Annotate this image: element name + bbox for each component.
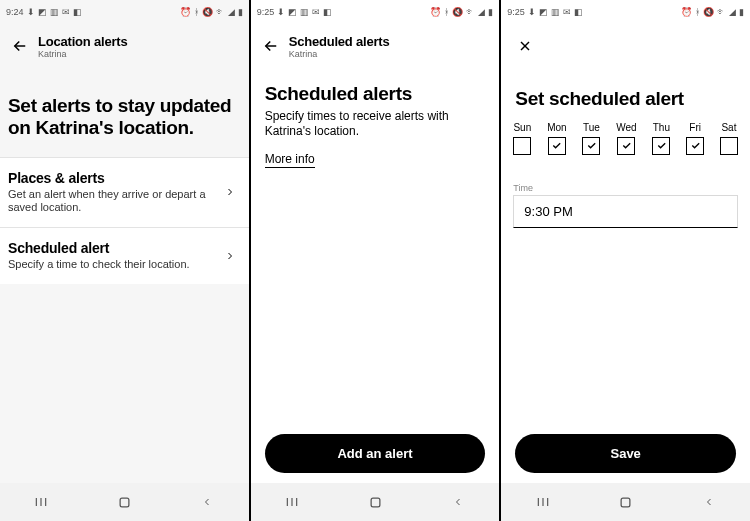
battery-icon: ▮ bbox=[488, 7, 493, 17]
status-time: 9:24 bbox=[6, 7, 24, 17]
signal-icon: ◢ bbox=[729, 7, 736, 17]
android-navbar bbox=[501, 483, 750, 521]
days-of-week: Sun Mon Tue Wed Thu bbox=[501, 112, 750, 159]
recents-button[interactable] bbox=[534, 493, 552, 511]
day-checkbox[interactable] bbox=[617, 137, 635, 155]
app-header: Scheduled alerts Katrina bbox=[251, 24, 500, 65]
day-label: Fri bbox=[689, 122, 701, 133]
status-bar: 9:24 ⬇ ◩ ▥ ✉ ◧ ⏰ ᚼ 🔇 ᯤ ◢ ▮ bbox=[0, 0, 249, 24]
bluetooth-icon: ᚼ bbox=[695, 7, 700, 17]
day-toggle-thu: Thu bbox=[652, 122, 670, 155]
bluetooth-icon: ᚼ bbox=[444, 7, 449, 17]
back-button[interactable] bbox=[8, 34, 32, 58]
screen-set-scheduled-alert: 9:25 ⬇ ◩ ▥ ✉ ◧ ⏰ ᚼ 🔇 ᯤ ◢ ▮ Set schedule bbox=[501, 0, 750, 521]
row-scheduled-alert[interactable]: Scheduled alert Specify a time to check … bbox=[0, 227, 249, 284]
notification-icon: ▥ bbox=[551, 7, 560, 17]
signal-icon: ◢ bbox=[478, 7, 485, 17]
day-label: Tue bbox=[583, 122, 600, 133]
bluetooth-icon: ᚼ bbox=[194, 7, 199, 17]
notification-icon: ◧ bbox=[574, 7, 583, 17]
signal-icon: ◢ bbox=[228, 7, 235, 17]
row-desc: Specify a time to check their location. bbox=[8, 258, 219, 272]
page-heading: Scheduled alerts bbox=[251, 65, 500, 107]
android-navbar bbox=[251, 483, 500, 521]
day-label: Wed bbox=[616, 122, 636, 133]
back-nav-button[interactable] bbox=[198, 493, 216, 511]
day-checkbox[interactable] bbox=[548, 137, 566, 155]
app-header bbox=[501, 24, 750, 64]
back-nav-button[interactable] bbox=[700, 493, 718, 511]
notification-icon: ✉ bbox=[563, 7, 571, 17]
page-description: Specify times to receive alerts with Kat… bbox=[251, 107, 500, 152]
mute-icon: 🔇 bbox=[202, 7, 213, 17]
screen-scheduled-alerts: 9:25 ⬇ ◩ ▥ ✉ ◧ ⏰ ᚼ 🔇 ᯤ ◢ ▮ Scheduled ale… bbox=[251, 0, 500, 521]
more-info-link[interactable]: More info bbox=[265, 152, 315, 168]
time-field[interactable]: 9:30 PM bbox=[513, 195, 738, 228]
chevron-right-icon bbox=[219, 250, 241, 262]
battery-icon: ▮ bbox=[739, 7, 744, 17]
mute-icon: 🔇 bbox=[703, 7, 714, 17]
chevron-right-icon bbox=[219, 186, 241, 198]
svg-rect-11 bbox=[621, 498, 630, 507]
notification-icon: ▥ bbox=[50, 7, 59, 17]
signal-icon: ᯤ bbox=[466, 7, 475, 17]
notification-icon: ◧ bbox=[73, 7, 82, 17]
svg-rect-3 bbox=[120, 498, 129, 507]
day-label: Sat bbox=[721, 122, 736, 133]
status-bar: 9:25 ⬇ ◩ ▥ ✉ ◧ ⏰ ᚼ 🔇 ᯤ ◢ ▮ bbox=[501, 0, 750, 24]
signal-icon: ᯤ bbox=[216, 7, 225, 17]
header-title: Location alerts bbox=[38, 34, 127, 49]
page-heading: Set alerts to stay updated on Katrina's … bbox=[0, 65, 249, 157]
notification-icon: ◩ bbox=[539, 7, 548, 17]
save-button[interactable]: Save bbox=[515, 434, 736, 473]
day-checkbox[interactable] bbox=[652, 137, 670, 155]
day-label: Thu bbox=[653, 122, 670, 133]
home-button[interactable] bbox=[366, 493, 384, 511]
day-label: Sun bbox=[513, 122, 531, 133]
back-nav-button[interactable] bbox=[449, 493, 467, 511]
svg-rect-7 bbox=[371, 498, 380, 507]
notification-icon: ✉ bbox=[62, 7, 70, 17]
notification-icon: ▥ bbox=[300, 7, 309, 17]
day-toggle-sun: Sun bbox=[513, 122, 531, 155]
day-checkbox[interactable] bbox=[582, 137, 600, 155]
day-checkbox[interactable] bbox=[686, 137, 704, 155]
day-toggle-sat: Sat bbox=[720, 122, 738, 155]
row-label: Scheduled alert bbox=[8, 240, 219, 256]
notification-icon: ⬇ bbox=[27, 7, 35, 17]
notification-icon: ⬇ bbox=[277, 7, 285, 17]
row-label: Places & alerts bbox=[8, 170, 219, 186]
notification-icon: ◩ bbox=[288, 7, 297, 17]
add-alert-button[interactable]: Add an alert bbox=[265, 434, 486, 473]
recents-button[interactable] bbox=[283, 493, 301, 511]
row-places-alerts[interactable]: Places & alerts Get an alert when they a… bbox=[0, 157, 249, 228]
battery-icon: ▮ bbox=[238, 7, 243, 17]
day-toggle-fri: Fri bbox=[686, 122, 704, 155]
header-subtitle: Katrina bbox=[38, 49, 127, 59]
app-header: Location alerts Katrina bbox=[0, 24, 249, 65]
notification-icon: ◩ bbox=[38, 7, 47, 17]
home-button[interactable] bbox=[617, 493, 635, 511]
status-time: 9:25 bbox=[507, 7, 525, 17]
alarm-icon: ⏰ bbox=[180, 7, 191, 17]
home-button[interactable] bbox=[115, 493, 133, 511]
notification-icon: ◧ bbox=[323, 7, 332, 17]
alarm-icon: ⏰ bbox=[430, 7, 441, 17]
row-desc: Get an alert when they arrive or depart … bbox=[8, 188, 219, 216]
signal-icon: ᯤ bbox=[717, 7, 726, 17]
time-label: Time bbox=[513, 183, 738, 193]
status-time: 9:25 bbox=[257, 7, 275, 17]
screen-location-alerts: 9:24 ⬇ ◩ ▥ ✉ ◧ ⏰ ᚼ 🔇 ᯤ ◢ ▮ Location aler… bbox=[0, 0, 249, 521]
day-toggle-wed: Wed bbox=[616, 122, 636, 155]
android-navbar bbox=[0, 483, 249, 521]
day-checkbox[interactable] bbox=[720, 137, 738, 155]
day-toggle-mon: Mon bbox=[547, 122, 566, 155]
day-label: Mon bbox=[547, 122, 566, 133]
header-title: Scheduled alerts bbox=[289, 34, 390, 49]
mute-icon: 🔇 bbox=[452, 7, 463, 17]
day-checkbox[interactable] bbox=[513, 137, 531, 155]
close-button[interactable] bbox=[513, 34, 537, 58]
back-button[interactable] bbox=[259, 34, 283, 58]
recents-button[interactable] bbox=[32, 493, 50, 511]
day-toggle-tue: Tue bbox=[582, 122, 600, 155]
